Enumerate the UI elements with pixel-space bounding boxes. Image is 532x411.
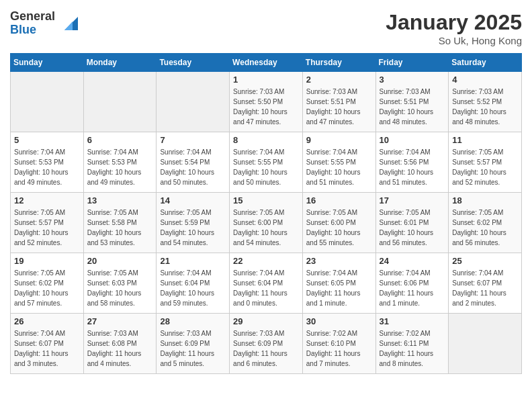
calendar-cell: 15Sunrise: 7:05 AM Sunset: 6:00 PM Dayli… bbox=[230, 193, 303, 253]
calendar-week-1: 1Sunrise: 7:03 AM Sunset: 5:50 PM Daylig… bbox=[11, 72, 522, 132]
day-number: 27 bbox=[87, 316, 153, 326]
day-number: 9 bbox=[306, 135, 372, 145]
calendar-cell: 16Sunrise: 7:05 AM Sunset: 6:00 PM Dayli… bbox=[302, 193, 375, 253]
calendar-cell: 25Sunrise: 7:04 AM Sunset: 6:07 PM Dayli… bbox=[449, 253, 522, 314]
calendar-cell: 18Sunrise: 7:05 AM Sunset: 6:02 PM Dayli… bbox=[449, 193, 522, 253]
day-number: 8 bbox=[233, 135, 299, 145]
day-number: 19 bbox=[14, 256, 80, 266]
day-number: 25 bbox=[452, 256, 518, 266]
day-header-friday: Friday bbox=[375, 54, 449, 72]
day-info: Sunrise: 7:04 AM Sunset: 6:07 PM Dayligh… bbox=[452, 268, 518, 308]
calendar-cell: 31Sunrise: 7:02 AM Sunset: 6:11 PM Dayli… bbox=[375, 314, 449, 374]
day-info: Sunrise: 7:04 AM Sunset: 6:07 PM Dayligh… bbox=[14, 328, 80, 369]
calendar-cell: 1Sunrise: 7:03 AM Sunset: 5:50 PM Daylig… bbox=[230, 72, 303, 132]
calendar-cell: 17Sunrise: 7:05 AM Sunset: 6:01 PM Dayli… bbox=[375, 193, 449, 253]
day-number: 29 bbox=[233, 316, 299, 326]
calendar-cell: 5Sunrise: 7:04 AM Sunset: 5:53 PM Daylig… bbox=[11, 132, 84, 193]
day-header-thursday: Thursday bbox=[302, 54, 375, 72]
calendar-cell: 14Sunrise: 7:05 AM Sunset: 5:59 PM Dayli… bbox=[157, 193, 230, 253]
calendar-cell: 7Sunrise: 7:04 AM Sunset: 5:54 PM Daylig… bbox=[157, 132, 230, 193]
day-info: Sunrise: 7:05 AM Sunset: 5:59 PM Dayligh… bbox=[160, 208, 226, 248]
day-info: Sunrise: 7:04 AM Sunset: 6:05 PM Dayligh… bbox=[306, 268, 372, 308]
calendar-cell: 8Sunrise: 7:04 AM Sunset: 5:55 PM Daylig… bbox=[230, 132, 303, 193]
day-info: Sunrise: 7:04 AM Sunset: 5:54 PM Dayligh… bbox=[160, 147, 226, 187]
logo: General Blue bbox=[10, 10, 78, 37]
day-number: 28 bbox=[160, 316, 226, 326]
day-number: 16 bbox=[306, 195, 372, 205]
calendar-cell: 27Sunrise: 7:03 AM Sunset: 6:08 PM Dayli… bbox=[83, 314, 157, 374]
day-header-monday: Monday bbox=[83, 54, 157, 72]
logo-general: General bbox=[10, 10, 55, 24]
day-number: 7 bbox=[160, 135, 226, 145]
calendar-cell: 20Sunrise: 7:05 AM Sunset: 6:03 PM Dayli… bbox=[83, 253, 157, 314]
day-number: 14 bbox=[160, 195, 226, 205]
calendar-cell: 22Sunrise: 7:04 AM Sunset: 6:04 PM Dayli… bbox=[230, 253, 303, 314]
day-number: 1 bbox=[233, 75, 299, 85]
day-number: 12 bbox=[14, 195, 80, 205]
day-info: Sunrise: 7:05 AM Sunset: 6:02 PM Dayligh… bbox=[14, 268, 80, 308]
day-info: Sunrise: 7:05 AM Sunset: 5:58 PM Dayligh… bbox=[87, 208, 153, 248]
day-number: 30 bbox=[306, 316, 372, 326]
page-header: General Blue January 2025 So Uk, Hong Ko… bbox=[10, 10, 522, 46]
day-number: 20 bbox=[87, 256, 153, 266]
day-info: Sunrise: 7:03 AM Sunset: 5:52 PM Dayligh… bbox=[452, 87, 518, 127]
calendar-cell: 21Sunrise: 7:04 AM Sunset: 6:04 PM Dayli… bbox=[157, 253, 230, 314]
calendar-cell: 10Sunrise: 7:04 AM Sunset: 5:56 PM Dayli… bbox=[375, 132, 449, 193]
calendar-cell: 9Sunrise: 7:04 AM Sunset: 5:55 PM Daylig… bbox=[302, 132, 375, 193]
day-info: Sunrise: 7:03 AM Sunset: 6:09 PM Dayligh… bbox=[233, 328, 299, 369]
day-number: 18 bbox=[452, 195, 518, 205]
day-number: 31 bbox=[380, 316, 445, 326]
calendar-week-5: 26Sunrise: 7:04 AM Sunset: 6:07 PM Dayli… bbox=[11, 314, 522, 374]
calendar-week-2: 5Sunrise: 7:04 AM Sunset: 5:53 PM Daylig… bbox=[11, 132, 522, 193]
day-info: Sunrise: 7:02 AM Sunset: 6:10 PM Dayligh… bbox=[306, 328, 372, 369]
logo-blue: Blue bbox=[10, 24, 55, 37]
calendar-cell: 11Sunrise: 7:05 AM Sunset: 5:57 PM Dayli… bbox=[449, 132, 522, 193]
day-info: Sunrise: 7:02 AM Sunset: 6:11 PM Dayligh… bbox=[380, 328, 445, 369]
day-info: Sunrise: 7:03 AM Sunset: 5:51 PM Dayligh… bbox=[306, 87, 372, 127]
calendar-cell: 6Sunrise: 7:04 AM Sunset: 5:53 PM Daylig… bbox=[83, 132, 157, 193]
calendar-cell: 2Sunrise: 7:03 AM Sunset: 5:51 PM Daylig… bbox=[302, 72, 375, 132]
day-info: Sunrise: 7:04 AM Sunset: 6:06 PM Dayligh… bbox=[380, 268, 445, 308]
day-info: Sunrise: 7:04 AM Sunset: 5:55 PM Dayligh… bbox=[233, 147, 299, 187]
calendar-cell: 30Sunrise: 7:02 AM Sunset: 6:10 PM Dayli… bbox=[302, 314, 375, 374]
calendar-cell: 24Sunrise: 7:04 AM Sunset: 6:06 PM Dayli… bbox=[375, 253, 449, 314]
calendar-week-4: 19Sunrise: 7:05 AM Sunset: 6:02 PM Dayli… bbox=[11, 253, 522, 314]
day-info: Sunrise: 7:04 AM Sunset: 6:04 PM Dayligh… bbox=[160, 268, 226, 308]
calendar-cell: 13Sunrise: 7:05 AM Sunset: 5:58 PM Dayli… bbox=[83, 193, 157, 253]
day-number: 26 bbox=[14, 316, 80, 326]
title-block: January 2025 So Uk, Hong Kong bbox=[386, 10, 522, 46]
day-info: Sunrise: 7:05 AM Sunset: 6:00 PM Dayligh… bbox=[233, 208, 299, 248]
day-info: Sunrise: 7:03 AM Sunset: 5:50 PM Dayligh… bbox=[233, 87, 299, 127]
day-number: 24 bbox=[380, 256, 445, 266]
day-info: Sunrise: 7:04 AM Sunset: 5:56 PM Dayligh… bbox=[380, 147, 445, 187]
day-info: Sunrise: 7:03 AM Sunset: 5:51 PM Dayligh… bbox=[380, 87, 445, 127]
day-header-tuesday: Tuesday bbox=[157, 54, 230, 72]
calendar-cell: 28Sunrise: 7:03 AM Sunset: 6:09 PM Dayli… bbox=[157, 314, 230, 374]
day-number: 4 bbox=[452, 75, 518, 85]
calendar-cell: 12Sunrise: 7:05 AM Sunset: 5:57 PM Dayli… bbox=[11, 193, 84, 253]
day-number: 10 bbox=[380, 135, 445, 145]
calendar-cell: 19Sunrise: 7:05 AM Sunset: 6:02 PM Dayli… bbox=[11, 253, 84, 314]
day-info: Sunrise: 7:03 AM Sunset: 6:09 PM Dayligh… bbox=[160, 328, 226, 369]
calendar-cell bbox=[83, 72, 157, 132]
day-info: Sunrise: 7:04 AM Sunset: 5:53 PM Dayligh… bbox=[87, 147, 153, 187]
calendar-cell bbox=[157, 72, 230, 132]
day-info: Sunrise: 7:05 AM Sunset: 6:01 PM Dayligh… bbox=[380, 208, 445, 248]
day-number: 11 bbox=[452, 135, 518, 145]
calendar-table: SundayMondayTuesdayWednesdayThursdayFrid… bbox=[10, 53, 522, 374]
calendar-cell: 23Sunrise: 7:04 AM Sunset: 6:05 PM Dayli… bbox=[302, 253, 375, 314]
logo-icon bbox=[58, 13, 78, 34]
day-number: 6 bbox=[87, 135, 153, 145]
day-info: Sunrise: 7:04 AM Sunset: 6:04 PM Dayligh… bbox=[233, 268, 299, 308]
day-number: 23 bbox=[306, 256, 372, 266]
calendar-cell: 29Sunrise: 7:03 AM Sunset: 6:09 PM Dayli… bbox=[230, 314, 303, 374]
calendar-week-3: 12Sunrise: 7:05 AM Sunset: 5:57 PM Dayli… bbox=[11, 193, 522, 253]
calendar-cell bbox=[11, 72, 84, 132]
calendar-cell: 3Sunrise: 7:03 AM Sunset: 5:51 PM Daylig… bbox=[375, 72, 449, 132]
day-header-sunday: Sunday bbox=[11, 54, 84, 72]
day-number: 17 bbox=[380, 195, 445, 205]
day-info: Sunrise: 7:03 AM Sunset: 6:08 PM Dayligh… bbox=[87, 328, 153, 369]
calendar-cell: 4Sunrise: 7:03 AM Sunset: 5:52 PM Daylig… bbox=[449, 72, 522, 132]
calendar-header-row: SundayMondayTuesdayWednesdayThursdayFrid… bbox=[11, 54, 522, 72]
day-number: 5 bbox=[14, 135, 80, 145]
